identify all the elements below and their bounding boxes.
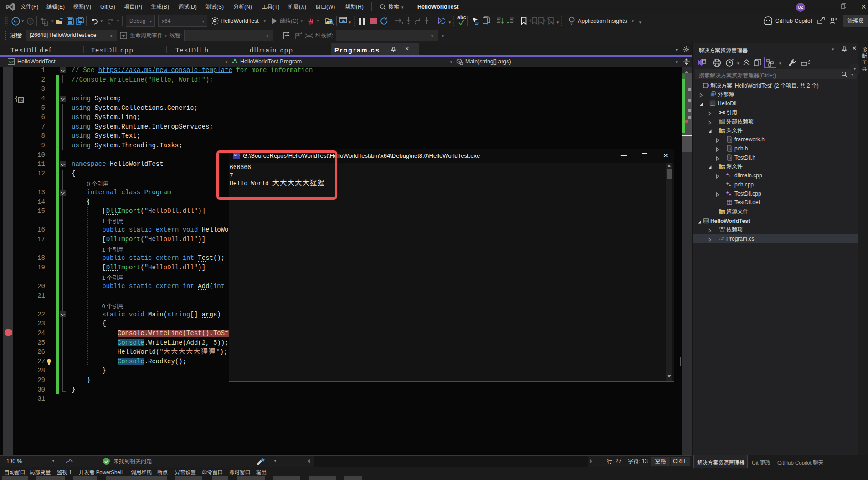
svg-text:h: h	[729, 137, 731, 142]
svg-text:C#: C#	[704, 219, 709, 223]
svg-text:+: +	[729, 174, 731, 178]
svg-text:h: h	[729, 146, 731, 151]
svg-text:+: +	[726, 181, 729, 186]
svg-text:+: +	[729, 183, 731, 187]
svg-text:C#: C#	[719, 236, 724, 241]
svg-text:+: +	[726, 172, 729, 176]
svg-text:+: +	[726, 190, 729, 195]
svg-text:+: +	[729, 192, 731, 196]
svg-text:h: h	[729, 155, 731, 160]
svg-text:++: ++	[711, 101, 715, 105]
